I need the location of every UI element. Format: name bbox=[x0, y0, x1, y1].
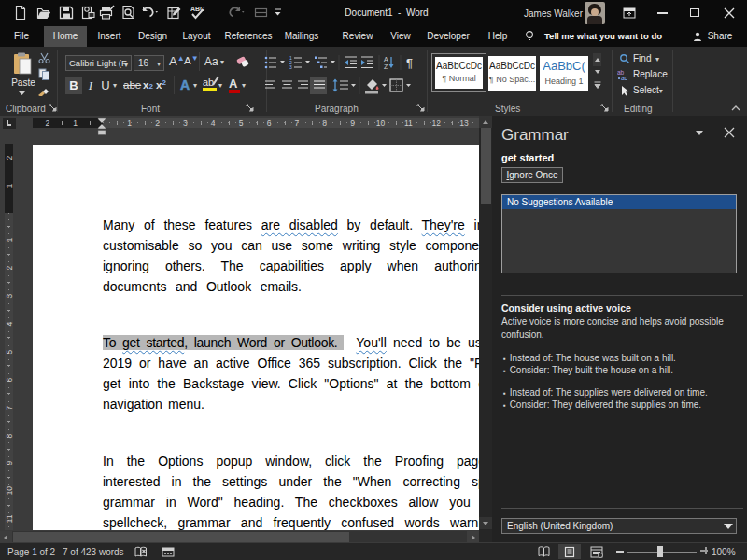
svg-text:¶: ¶ bbox=[406, 56, 413, 70]
svg-text:ac: ac bbox=[621, 75, 628, 81]
svg-text:A: A bbox=[384, 56, 388, 63]
svg-text:Z: Z bbox=[384, 63, 388, 70]
svg-text:3: 3 bbox=[289, 64, 292, 70]
